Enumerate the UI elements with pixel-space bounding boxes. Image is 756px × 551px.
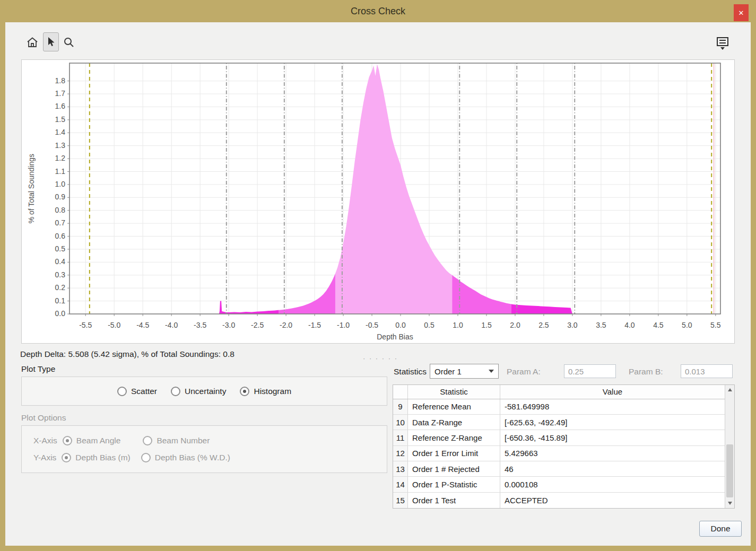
x-axis-row-label: X-Axis (33, 436, 57, 445)
cell-value: 5.429663 (500, 446, 725, 461)
y-tick-label: 0.5 (43, 244, 65, 253)
table-row[interactable]: 13 Order 1 # Rejected 46 (393, 461, 725, 477)
table-row[interactable]: 12 Order 1 Error Limit 5.429663 (393, 446, 725, 461)
x-tick-label: 4.5 (647, 321, 670, 329)
header-value[interactable]: Value (500, 385, 725, 399)
plot-area[interactable] (69, 63, 720, 314)
splitter-handle[interactable]: · · · · · · (362, 354, 399, 362)
histogram-figure: % of Total Soundings Depth Bias -5.5-5.0… (21, 59, 735, 344)
cell-statistic: Order 1 Test (408, 493, 500, 508)
list-dropdown-icon (716, 36, 729, 51)
header-statistic[interactable]: Statistic (408, 385, 500, 399)
x-tick-label: -2.0 (274, 321, 298, 329)
y-tick-label: 1.3 (43, 141, 65, 150)
row-number: 9 (393, 399, 408, 414)
y-tick-label: 0.1 (43, 296, 65, 305)
close-icon: ✕ (738, 9, 744, 17)
radio-depth-bias-wd-circle[interactable] (141, 453, 151, 462)
radio-beam-number-circle[interactable] (143, 436, 152, 445)
x-tick-label: -3.5 (188, 321, 212, 329)
statistics-order-select[interactable]: Order 1 (430, 364, 499, 379)
plot-list-menu-button[interactable] (715, 34, 731, 53)
radio-uncertainty-label: Uncertainty (185, 387, 226, 396)
x-tick-label: 3.0 (561, 321, 584, 329)
radio-beam-angle-circle[interactable] (63, 436, 72, 445)
table-row[interactable]: 11 Reference Z-Range [-650.36, -415.89] (393, 430, 725, 445)
x-tick-label: 5.0 (675, 321, 699, 329)
close-button[interactable]: ✕ (734, 4, 749, 21)
row-number: 12 (393, 446, 408, 461)
scroll-down-icon (728, 502, 732, 505)
x-tick-label: 2.0 (503, 321, 527, 329)
cell-value: ACCEPTED (500, 493, 725, 508)
done-button[interactable]: Done (699, 521, 742, 537)
param-b-input[interactable] (681, 364, 733, 378)
y-tick-label: 1.7 (43, 89, 65, 98)
table-row[interactable]: 14 Order 1 P-Statistic 0.000108 (393, 477, 725, 492)
cell-value: [-625.63, -492.49] (500, 415, 725, 430)
table-row[interactable]: 10 Data Z-Range [-625.63, -492.49] (393, 415, 725, 430)
cell-value: -581.649998 (500, 399, 725, 414)
x-tick-label: 2.5 (532, 321, 555, 329)
plot-options-group: X-Axis Beam Angle Beam Number Y-Axis Dep… (21, 425, 387, 473)
y-tick-label: 0.7 (43, 218, 65, 227)
radio-uncertainty[interactable]: Uncertainty (171, 387, 226, 396)
pointer-tool-button[interactable] (43, 32, 59, 51)
cell-statistic: Order 1 # Rejected (408, 461, 500, 476)
scroll-down-button[interactable] (725, 499, 734, 508)
scrollbar-thumb[interactable] (726, 444, 733, 497)
param-a-input[interactable] (564, 364, 616, 378)
x-tick-label: 1.0 (446, 321, 470, 329)
x-tick-label: -5.0 (102, 321, 126, 329)
cell-value: 46 (500, 461, 725, 476)
row-number: 11 (393, 430, 408, 445)
y-tick-label: 0.3 (43, 270, 65, 279)
y-tick-label: 0.8 (43, 206, 65, 214)
scroll-up-button[interactable] (725, 386, 734, 394)
status-line: Depth Delta: 5.508 (5.42 sigma), % of To… (20, 349, 234, 359)
y-axis-label: % of Total Soundings (27, 154, 36, 223)
x-tick-label: -2.5 (246, 321, 269, 329)
y-tick-label: 1.4 (43, 128, 65, 136)
cell-statistic: Data Z-Range (408, 415, 500, 430)
radio-uncertainty-circle[interactable] (171, 387, 180, 396)
table-row[interactable]: 9 Reference Mean -581.649998 (393, 399, 725, 415)
statistics-order-value: Order 1 (435, 367, 462, 376)
title-bar: Cross Check (0, 0, 756, 22)
radio-scatter-label: Scatter (131, 387, 157, 396)
y-tick-label: 1.2 (43, 154, 65, 162)
x-tick-label: 4.0 (618, 321, 641, 329)
y-tick-label: 0.4 (43, 257, 65, 266)
x-tick-label: -1.5 (303, 321, 326, 329)
zoom-tool-button[interactable] (61, 33, 77, 52)
histogram-chart-svg (69, 63, 720, 314)
window-title: Cross Check (351, 6, 405, 17)
row-number: 13 (393, 461, 408, 476)
cell-value: [-650.36, -415.89] (500, 430, 725, 445)
plot-type-group: Scatter Uncertainty Histogram (21, 377, 387, 406)
done-button-label: Done (710, 524, 730, 533)
plot-options-group-label: Plot Options (21, 413, 66, 423)
y-tick-label: 0.0 (43, 309, 65, 318)
cell-statistic: Reference Mean (408, 399, 500, 414)
x-tick-label: -1.0 (332, 321, 355, 329)
radio-histogram-circle[interactable] (240, 387, 249, 396)
radio-histogram[interactable]: Histogram (240, 387, 291, 396)
cell-value: 0.000108 (500, 477, 725, 492)
radio-scatter-circle[interactable] (117, 387, 127, 396)
table-scrollbar[interactable] (725, 385, 734, 508)
y-tick-label: 1.8 (43, 76, 65, 85)
dialog-content: % of Total Soundings Depth Bias -5.5-5.0… (5, 22, 751, 546)
row-number: 10 (393, 415, 408, 430)
cell-statistic: Order 1 P-Statistic (408, 477, 500, 492)
radio-depth-bias-m-circle[interactable] (62, 453, 71, 462)
radio-scatter[interactable]: Scatter (117, 387, 157, 396)
statistics-table: Statistic Value 9 Reference Mean -581.64… (393, 384, 735, 509)
y-tick-label: 1.6 (43, 102, 65, 110)
param-a-label: Param A: (507, 367, 541, 377)
y-tick-label: 0.2 (43, 283, 65, 292)
table-row[interactable]: 15 Order 1 Test ACCEPTED (393, 493, 725, 508)
home-button[interactable] (24, 33, 40, 52)
x-tick-label: 0.0 (389, 321, 412, 329)
magnifier-icon (63, 36, 75, 49)
